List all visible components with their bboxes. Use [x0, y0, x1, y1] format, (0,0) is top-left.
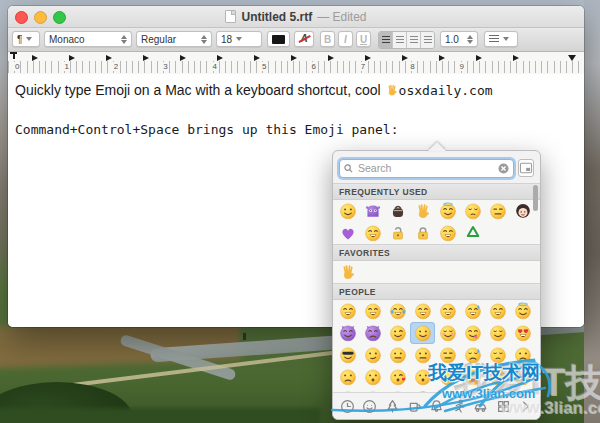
ruler[interactable]: 0123456789 — [8, 52, 584, 75]
italic-button[interactable]: I — [338, 31, 353, 47]
vulcan-salute-emoji[interactable] — [335, 261, 360, 283]
paragraph-styles-button[interactable]: ¶ — [12, 31, 40, 47]
smiling-face-open-mouth-emoji[interactable] — [435, 222, 460, 244]
popup-arrow — [428, 142, 446, 151]
pouting-face-emoji[interactable] — [410, 388, 435, 392]
category-people-button[interactable] — [359, 395, 380, 417]
recycling-symbol-emoji[interactable] — [460, 222, 485, 244]
open-lock-emoji[interactable] — [385, 222, 410, 244]
smiling-face-heart-eyes-emoji[interactable] — [510, 322, 535, 344]
kissing-face-smiling-eyes-emoji[interactable] — [410, 366, 435, 388]
title-bar[interactable]: Untitled 5.rtf — Edited — [8, 6, 584, 28]
search-field[interactable] — [339, 159, 514, 178]
runner-icon — [450, 398, 467, 415]
face-with-steam-emoji[interactable] — [485, 388, 510, 392]
grinning-face-with-sweat-emoji[interactable] — [460, 300, 485, 322]
typeface-select[interactable]: Regular — [136, 31, 212, 47]
document-proxy-icon[interactable] — [225, 10, 236, 23]
smiling-face-smiling-eyes-emoji[interactable] — [435, 300, 460, 322]
zoom-button[interactable] — [53, 11, 66, 24]
pensive-face-emoji[interactable] — [460, 200, 485, 222]
emoji-scroll-area[interactable]: FREQUENTLY USEDFAVORITESPEOPLE — [333, 183, 540, 392]
left-margin-marker[interactable] — [10, 52, 17, 61]
font-size-select[interactable]: 18 — [216, 31, 262, 47]
category-food-drink-button[interactable] — [404, 395, 425, 417]
winking-face-with-tongue-emoji[interactable] — [485, 366, 510, 388]
squinting-face-with-tongue-emoji[interactable] — [510, 366, 535, 388]
align-justify-button[interactable] — [421, 32, 434, 48]
align-center-button[interactable] — [393, 32, 407, 48]
grinning-face-emoji[interactable] — [335, 300, 360, 322]
scrollbar-thumb[interactable] — [533, 185, 538, 211]
smiling-face-emoji[interactable] — [335, 200, 360, 222]
search-input[interactable] — [356, 161, 495, 175]
pouch-emoji[interactable] — [385, 200, 410, 222]
category-objects-button[interactable] — [426, 395, 447, 417]
purple-heart-emoji[interactable] — [335, 222, 360, 244]
face-blowing-kiss-emoji[interactable] — [385, 366, 410, 388]
woman-emoji[interactable] — [510, 200, 535, 222]
face-savoring-food-emoji[interactable] — [460, 322, 485, 344]
face-with-tears-of-joy-emoji[interactable] — [385, 300, 410, 322]
category-symbols-button[interactable] — [493, 395, 514, 417]
smiling-face-with-horns-emoji[interactable] — [335, 322, 360, 344]
crying-face-emoji[interactable] — [435, 388, 460, 392]
unamused-face-emoji[interactable] — [485, 200, 510, 222]
grinning-face-with-smiling-eyes-emoji[interactable] — [360, 222, 385, 244]
list-style-select[interactable] — [484, 31, 518, 47]
kissing-face-closed-eyes-emoji[interactable] — [435, 366, 460, 388]
vulcan-salute-emoji[interactable] — [410, 200, 435, 222]
disappointed-face-emoji[interactable] — [335, 388, 360, 392]
align-right-button[interactable] — [407, 32, 421, 48]
pensive-face-emoji[interactable] — [485, 344, 510, 366]
confounded-face-emoji[interactable] — [335, 366, 360, 388]
kissing-face-emoji[interactable] — [360, 366, 385, 388]
category-travel-button[interactable] — [470, 395, 491, 417]
smiling-face-emoji[interactable] — [435, 322, 460, 344]
lock-emoji[interactable] — [410, 222, 435, 244]
underline-button[interactable]: U — [356, 31, 371, 47]
line-spacing-select[interactable]: 1.0 — [440, 31, 478, 47]
worried-face-emoji[interactable] — [360, 388, 385, 392]
winking-face-emoji[interactable] — [385, 322, 410, 344]
category-nature-button[interactable] — [381, 395, 402, 417]
close-button[interactable] — [15, 11, 28, 24]
category-activity-button[interactable] — [448, 395, 469, 417]
persevering-face-emoji[interactable] — [460, 388, 485, 392]
neutral-face-emoji[interactable] — [385, 344, 410, 366]
smirking-face-emoji[interactable] — [360, 344, 385, 366]
bold-button[interactable]: B — [320, 31, 335, 47]
category-frequently-used-button[interactable] — [337, 395, 358, 417]
sad-but-relieved-face-emoji[interactable] — [510, 388, 535, 392]
text-color-well[interactable] — [267, 31, 290, 47]
ruler-number: 8 — [409, 62, 415, 71]
align-right-icon — [410, 36, 418, 44]
beaming-face-emoji[interactable] — [360, 300, 385, 322]
smiling-face-with-halo-emoji[interactable] — [510, 300, 535, 322]
align-left-button[interactable] — [379, 32, 393, 48]
emoji-panel: FREQUENTLY USEDFAVORITESPEOPLE — [332, 150, 541, 420]
angry-face-emoji[interactable] — [385, 388, 410, 392]
minimize-button[interactable] — [34, 11, 47, 24]
font-family-select[interactable]: Monaco — [44, 31, 132, 47]
unamused-face-emoji[interactable] — [435, 344, 460, 366]
alien-monster-emoji[interactable] — [360, 200, 385, 222]
expressionless-face-emoji[interactable] — [410, 344, 435, 366]
confused-face-emoji[interactable] — [510, 344, 535, 366]
downcast-face-with-sweat-emoji[interactable] — [460, 344, 485, 366]
text-color-picker-button[interactable]: A — [294, 31, 314, 47]
smiling-face-smiling-eyes-emoji[interactable] — [410, 322, 435, 344]
ruler-tab-stops[interactable] — [8, 52, 584, 61]
face-with-tongue-emoji[interactable] — [460, 366, 485, 388]
angry-face-with-horns-emoji[interactable] — [360, 322, 385, 344]
wallpaper-fencepost — [243, 333, 246, 340]
character-viewer-button[interactable] — [518, 159, 534, 177]
smiling-face-sunglasses-emoji[interactable] — [335, 344, 360, 366]
relieved-face-emoji[interactable] — [485, 322, 510, 344]
smiling-face-big-eyes-emoji[interactable] — [410, 300, 435, 322]
clear-search-icon[interactable] — [498, 163, 509, 174]
smiling-face-with-halo-emoji[interactable] — [435, 200, 460, 222]
grinning-squinting-face-emoji[interactable] — [485, 300, 510, 322]
emoji-row — [333, 300, 540, 322]
category-more-button[interactable] — [515, 395, 536, 417]
